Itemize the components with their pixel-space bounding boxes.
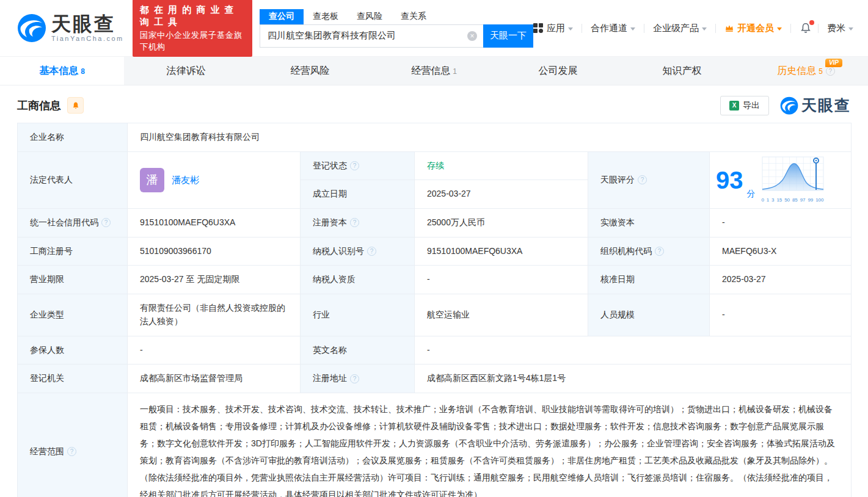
field-label: 企业类型 <box>18 294 128 336</box>
legal-rep-link[interactable]: 潘友彬 <box>172 173 199 187</box>
username-label: 费米 <box>827 23 845 34</box>
nav-vip-label: 开通会员 <box>737 23 774 34</box>
logo-domain: TianYanCha.com <box>51 35 124 42</box>
reg-status-value: 存续 <box>415 152 588 181</box>
help-icon[interactable] <box>638 175 647 184</box>
est-date-value: 2025-03-27 <box>415 180 588 208</box>
help-icon[interactable] <box>655 247 664 256</box>
search-tab-boss[interactable]: 查老板 <box>304 9 348 24</box>
avatar[interactable]: 潘 <box>140 168 164 192</box>
nav-vip[interactable]: 开通会员 <box>724 23 782 34</box>
search-button[interactable]: 天眼一下 <box>483 24 533 48</box>
business-scope-value: 一般项目：技术服务、技术开发、技术咨询、技术交流、技术转让、技术推广；业务培训（… <box>128 393 852 497</box>
chevron-down-icon <box>848 27 853 31</box>
field-label: 成立日期 <box>301 180 415 208</box>
field-label: 参保人数 <box>18 336 128 365</box>
apps-grid-icon <box>533 23 543 33</box>
help-icon[interactable] <box>350 218 359 227</box>
credit-code-value: 91510100MAEFQ6U3XA <box>128 209 301 238</box>
field-label: 组织机构代码 <box>588 237 710 266</box>
watermark-logo: 天眼查 <box>780 95 851 115</box>
nav-separator <box>818 24 819 33</box>
chevron-down-icon <box>702 27 707 31</box>
approval-date-value: 2025-03-27 <box>710 266 852 294</box>
field-label: 注册地址 <box>301 365 415 393</box>
tagline-line1: 都 在 用 的 商 业 查 询 工 具 <box>140 4 245 28</box>
notification-bell[interactable] <box>800 22 812 34</box>
tab-basic-info[interactable]: 基本信息 8 <box>0 57 124 85</box>
tab-history-info[interactable]: VIP 历史信息 5 <box>744 57 868 85</box>
tab-intellectual-property[interactable]: 知识产权 <box>620 57 744 85</box>
field-label: 营业期限 <box>18 266 128 294</box>
search-tabs: 查公司 查老板 查风险 查关系 <box>260 9 533 24</box>
search-tab-company[interactable]: 查公司 <box>260 9 304 24</box>
chevron-down-icon <box>630 27 635 31</box>
nav-separator <box>582 24 582 33</box>
help-icon[interactable] <box>350 161 359 170</box>
field-label: 登记机关 <box>18 365 128 393</box>
legal-rep-cell: 潘 潘友彬 <box>128 151 301 208</box>
search-tab-risk[interactable]: 查风险 <box>348 9 392 24</box>
export-button[interactable]: 导出 <box>720 96 769 115</box>
score-axis-labels: 0131550859799100 <box>762 197 824 204</box>
tab-company-development[interactable]: 公司发展 <box>496 57 620 85</box>
insured-count-value: - <box>128 336 301 365</box>
table-row: 参保人数 - 英文名称 - <box>18 336 852 365</box>
taxpayer-quality-value: - <box>415 266 588 294</box>
company-name-value: 四川航空集团教育科技有限公司 <box>128 123 852 152</box>
field-label: 注册资本 <box>301 209 415 238</box>
field-label: 企业名称 <box>18 123 128 152</box>
excel-icon <box>729 101 739 111</box>
reg-number-value: 510109003966170 <box>128 237 301 266</box>
field-label: 法定代表人 <box>18 151 128 208</box>
tab-legal-litigation[interactable]: 法律诉讼 <box>124 57 248 85</box>
table-row: 登记机关 成都高新区市场监督管理局 注册地址 成都高新区西区新文路1号4栋1层1… <box>18 365 852 393</box>
reg-authority-value: 成都高新区市场监督管理局 <box>128 365 301 393</box>
reg-capital-value: 25000万人民币 <box>415 209 588 238</box>
nav-user[interactable]: 费米 <box>827 23 853 34</box>
english-name-value: - <box>415 336 852 365</box>
nav-enterprise[interactable]: 企业级产品 <box>653 23 707 34</box>
field-label: 天眼评分 <box>588 151 710 208</box>
tianyancha-logo[interactable]: 天眼查 TianYanCha.com <box>17 13 124 43</box>
tab-operation-risk[interactable]: 经营风险 <box>248 57 372 85</box>
table-row: 统一社会信用代码 91510100MAEFQ6U3XA 注册资本 25000万人… <box>18 209 852 238</box>
status-date-cell: 登记状态 存续 成立日期 2025-03-27 <box>301 151 588 208</box>
field-label: 核准日期 <box>588 266 710 294</box>
business-term-value: 2025-03-27 至 无固定期限 <box>128 266 301 294</box>
help-icon[interactable] <box>367 247 376 256</box>
table-row: 经营范围 一般项目：技术服务、技术开发、技术咨询、技术交流、技术转让、技术推广；… <box>18 393 852 497</box>
field-label: 经营范围 <box>18 393 128 497</box>
score-value: 93 <box>716 168 743 192</box>
field-label: 纳税人识别号 <box>301 237 415 266</box>
help-icon[interactable] <box>67 447 76 456</box>
nav-separator <box>715 24 716 33</box>
business-info-table: 企业名称 四川航空集团教育科技有限公司 法定代表人 潘 潘友彬 登记状态 存续 … <box>17 123 852 497</box>
help-icon[interactable] <box>826 67 835 76</box>
field-label: 英文名称 <box>301 336 415 365</box>
section-header: 工商信息 导出 天眼查 <box>0 85 868 123</box>
company-type-value: 有限责任公司（非自然人投资或控股的法人独资） <box>128 294 301 336</box>
search-input[interactable] <box>260 24 483 48</box>
field-label: 工商注册号 <box>18 237 128 266</box>
nav-apps[interactable]: 应用 <box>533 23 573 34</box>
tab-operation-info[interactable]: 经营信息 1 <box>372 57 496 85</box>
industry-value: 航空运输业 <box>415 294 588 336</box>
search-area: 查公司 查老板 查风险 查关系 天眼一下 <box>260 9 533 48</box>
table-row: 企业类型 有限责任公司（非自然人投资或控股的法人独资） 行业 航空运输业 人员规… <box>18 294 852 336</box>
tagline-line2: 国家中小企业发展子基金旗下机构 <box>140 29 245 53</box>
nav-apps-label: 应用 <box>547 23 565 34</box>
clear-icon[interactable] <box>467 31 477 41</box>
org-code-value: MAEFQ6U3-X <box>710 237 852 266</box>
nav-partner[interactable]: 合作通道 <box>591 23 635 34</box>
nav-partner-label: 合作通道 <box>591 23 627 34</box>
taxpayer-id-value: 91510100MAEFQ6U3XA <box>415 237 588 266</box>
table-row: 法定代表人 潘 潘友彬 登记状态 存续 成立日期 2025-03-27 <box>18 151 852 208</box>
monitor-bell-button[interactable] <box>67 97 84 114</box>
staff-size-value: - <box>710 294 852 336</box>
chevron-down-icon <box>568 27 573 31</box>
help-icon[interactable] <box>101 218 111 227</box>
search-tab-relation[interactable]: 查关系 <box>392 9 436 24</box>
help-icon[interactable] <box>350 374 359 383</box>
field-label: 统一社会信用代码 <box>18 209 128 238</box>
